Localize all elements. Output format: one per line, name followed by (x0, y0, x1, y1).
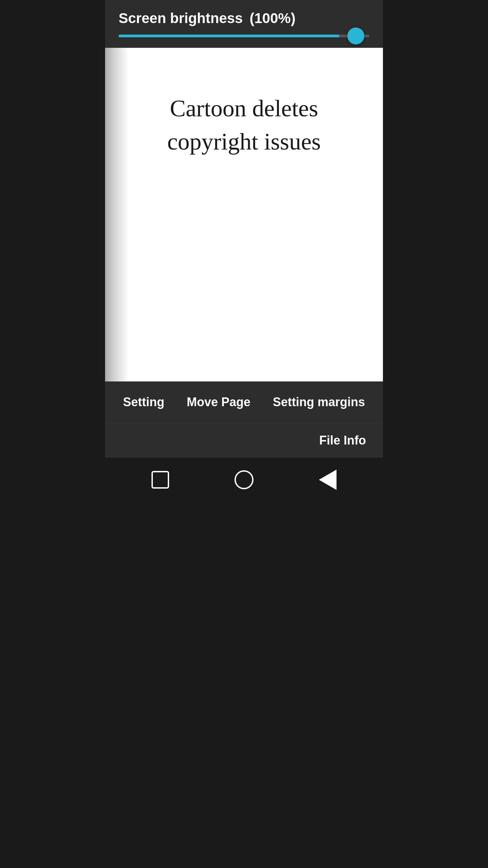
slider-track (119, 35, 369, 37)
app-container: Screen brightness (100%) Cartoon deletes… (105, 0, 383, 502)
document-page: Cartoon deletes copyright issues (105, 48, 383, 381)
toolbar-row-2: File Info (105, 423, 383, 458)
brightness-title: Screen brightness (119, 10, 243, 26)
document-area: Cartoon deletes copyright issues (105, 48, 383, 381)
document-line1: Cartoon deletes (170, 95, 318, 121)
back-button[interactable] (316, 466, 340, 493)
brightness-percent: (100%) (249, 10, 295, 26)
square-icon (151, 471, 169, 489)
slider-thumb[interactable] (347, 27, 364, 44)
document-line2: copyright issues (167, 129, 321, 155)
toolbar-row-1: Setting Move Page Setting margins (105, 381, 383, 423)
recent-apps-button[interactable] (148, 468, 172, 492)
circle-icon (235, 470, 253, 489)
move-page-button[interactable]: Move Page (180, 392, 257, 413)
brightness-slider[interactable] (119, 33, 369, 39)
nav-bar (105, 458, 383, 502)
bottom-toolbar: Setting Move Page Setting margins File I… (105, 381, 383, 458)
back-icon (319, 470, 337, 490)
slider-fill (119, 35, 339, 37)
setting-margins-button[interactable]: Setting margins (266, 392, 372, 413)
document-text: Cartoon deletes copyright issues (140, 92, 348, 158)
brightness-label-row: Screen brightness (100%) (119, 10, 369, 26)
file-info-button[interactable]: File Info (312, 430, 373, 451)
brightness-bar: Screen brightness (100%) (105, 0, 383, 48)
setting-button[interactable]: Setting (116, 392, 171, 413)
home-button[interactable] (231, 467, 257, 493)
